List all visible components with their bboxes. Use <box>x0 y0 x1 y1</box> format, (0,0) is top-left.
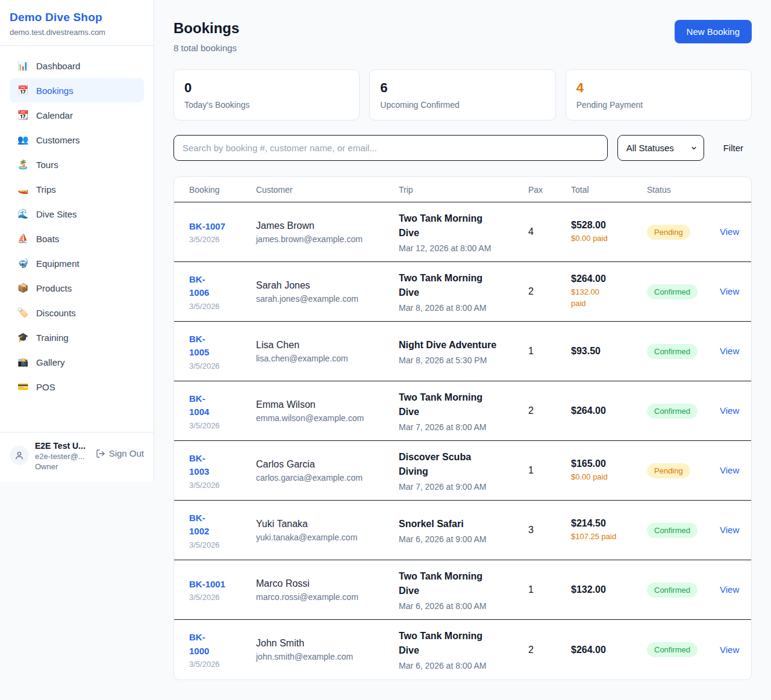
status-cell: Confirmed <box>647 344 720 359</box>
sidebar-item-products[interactable]: 📦 Products <box>10 276 144 300</box>
view-cell: View <box>720 465 751 476</box>
sidebar-item-dive-sites[interactable]: 🌊 Dive Sites <box>10 202 144 226</box>
total-amount: $93.50 <box>571 346 647 357</box>
filter-button[interactable]: Filter <box>723 143 743 153</box>
new-booking-button[interactable]: New Booking <box>675 20 752 43</box>
sign-out-button[interactable]: Sign Out <box>96 448 144 458</box>
total-cell: $93.50 <box>571 346 647 357</box>
sidebar-item-label: Customers <box>36 135 80 145</box>
sidebar-item-training[interactable]: 🎓 Training <box>10 325 144 349</box>
brand-subdomain: demo.test.divestreams.com <box>10 28 144 37</box>
view-link[interactable]: View <box>720 584 739 595</box>
view-link[interactable]: View <box>720 465 739 475</box>
sidebar-item-customers[interactable]: 👥 Customers <box>10 128 144 152</box>
sidebar-item-dashboard[interactable]: 📊 Dashboard <box>10 54 144 78</box>
customer-cell: James Brown james.brown@example.com <box>256 220 399 244</box>
graduation-cap-icon: 🎓 <box>17 332 29 343</box>
sidebar-item-discounts[interactable]: 🏷️ Discounts <box>10 301 144 325</box>
booking-cell: BK-1006 3/5/2026 <box>189 273 256 311</box>
total-amount: $264.00 <box>571 645 647 655</box>
booking-id-link[interactable]: BK-1007 <box>189 220 256 234</box>
customer-name: James Brown <box>256 220 399 231</box>
booking-date: 3/5/2026 <box>189 660 256 669</box>
booking-id-link[interactable]: BK-1001 <box>189 578 256 592</box>
pax-value: 1 <box>528 465 571 476</box>
sidebar-item-calendar[interactable]: 📆 Calendar <box>10 103 144 127</box>
view-link[interactable]: View <box>720 227 739 237</box>
status-select[interactable]: All Statuses <box>617 135 704 161</box>
sidebar: Demo Dive Shop demo.test.divestreams.com… <box>0 0 154 482</box>
total-cell: $132.00 <box>571 584 647 595</box>
status-badge: Confirmed <box>647 404 698 419</box>
booking-date: 3/5/2026 <box>189 593 256 602</box>
stat-card-pending-payment: 4 Pending Payment <box>566 69 752 120</box>
status-cell: Pending <box>647 225 720 240</box>
booking-id-link[interactable]: BK-1005 <box>189 333 256 360</box>
search-input[interactable] <box>173 135 608 161</box>
status-badge: Confirmed <box>647 583 698 598</box>
table-body: BK-1007 3/5/2026 James Brown james.brown… <box>174 202 751 680</box>
view-link[interactable]: View <box>720 645 739 655</box>
paid-amount: $107.25 paid <box>571 531 623 543</box>
booking-cell: BK-1001 3/5/2026 <box>189 578 256 602</box>
booking-cell: BK-1000 3/5/2026 <box>189 631 256 669</box>
sailboat-icon: ⛵ <box>17 233 29 244</box>
sidebar-item-label: Gallery <box>36 357 65 367</box>
customer-email: john.smith@example.com <box>256 652 399 661</box>
stat-value: 4 <box>576 80 741 96</box>
pax-value: 2 <box>528 405 571 416</box>
sidebar-item-label: Tours <box>36 160 58 170</box>
stat-label: Pending Payment <box>576 100 741 110</box>
view-link[interactable]: View <box>720 346 739 356</box>
total-cell: $528.00 $0.00 paid <box>571 220 647 245</box>
customer-email: marco.rossi@example.com <box>256 592 399 602</box>
pax-value: 2 <box>528 286 571 297</box>
sidebar-item-equipment[interactable]: 🤿 Equipment <box>10 251 144 275</box>
customer-cell: Lisa Chen lisa.chen@example.com <box>256 340 399 363</box>
status-badge: Confirmed <box>647 284 698 299</box>
sidebar-item-gallery[interactable]: 📸 Gallery <box>10 350 144 374</box>
bar-chart-icon: 📊 <box>17 60 29 71</box>
view-link[interactable]: View <box>720 286 739 296</box>
sidebar-item-bookings[interactable]: 📅 Bookings <box>10 78 144 102</box>
brand-block: Demo Dive Shop demo.test.divestreams.com <box>0 0 154 46</box>
tear-off-calendar-icon: 📆 <box>17 110 29 120</box>
trip-datetime: Mar 7, 2026 at 9:00 AM <box>399 482 528 492</box>
sidebar-item-tours[interactable]: 🏝️ Tours <box>10 152 144 177</box>
page-title: Bookings <box>173 20 239 37</box>
booking-id-link[interactable]: BK-1006 <box>189 273 256 300</box>
booking-id-link[interactable]: BK-1000 <box>189 631 256 658</box>
view-cell: View <box>720 346 751 357</box>
total-amount: $165.00 <box>571 458 647 469</box>
speedboat-icon: 🚤 <box>17 184 29 195</box>
sidebar-item-label: Equipment <box>36 258 80 269</box>
trip-name: Discover Scuba Diving <box>399 450 502 479</box>
view-cell: View <box>720 645 751 655</box>
customer-email: emma.wilson@example.com <box>256 413 399 423</box>
package-icon: 📦 <box>17 283 29 293</box>
island-icon: 🏝️ <box>17 159 29 170</box>
customer-name: Sarah Jones <box>256 280 399 291</box>
booking-id-link[interactable]: BK-1002 <box>189 511 256 539</box>
person-icon <box>14 451 24 460</box>
booking-id-link[interactable]: BK-1004 <box>189 392 256 419</box>
trip-name: Night Dive Adventure <box>399 338 502 352</box>
booking-id-link[interactable]: BK-1003 <box>189 452 256 479</box>
status-badge: Confirmed <box>647 344 698 359</box>
column-header-customer: Customer <box>256 185 399 195</box>
sidebar-item-pos[interactable]: 💳 POS <box>10 375 144 399</box>
page-header: Bookings 8 total bookings New Booking <box>173 20 752 53</box>
sidebar-item-label: Discounts <box>36 308 76 318</box>
view-link[interactable]: View <box>720 405 739 416</box>
trip-cell: Discover Scuba Diving Mar 7, 2026 at 9:0… <box>399 450 528 492</box>
customer-name: Yuki Tanaka <box>256 519 399 530</box>
table-row: BK-1003 3/5/2026 Carlos Garcia carlos.ga… <box>174 441 751 501</box>
sidebar-item-boats[interactable]: ⛵ Boats <box>10 227 144 251</box>
trip-cell: Two Tank Morning Dive Mar 6, 2026 at 8:0… <box>399 629 528 670</box>
sidebar-item-trips[interactable]: 🚤 Trips <box>10 177 144 201</box>
people-icon: 👥 <box>17 134 29 145</box>
table-row: BK-1002 3/5/2026 Yuki Tanaka yuki.tanaka… <box>174 501 751 560</box>
total-cell: $214.50 $107.25 paid <box>571 518 647 543</box>
status-cell: Confirmed <box>647 284 720 299</box>
view-link[interactable]: View <box>720 525 739 535</box>
